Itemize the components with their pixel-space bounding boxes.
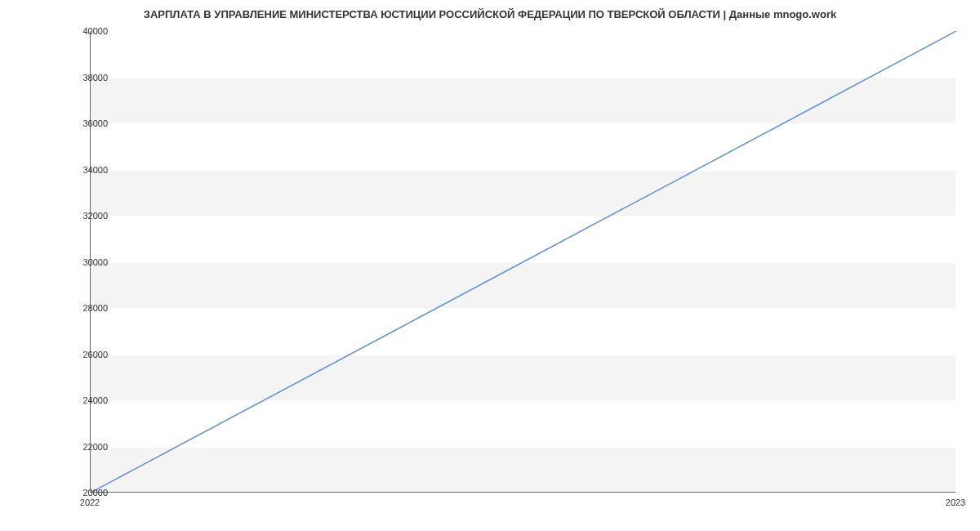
chart-title: ЗАРПЛАТА В УПРАВЛЕНИЕ МИНИСТЕРСТВА ЮСТИЦ… xyxy=(0,0,980,25)
y-tick-label: 36000 xyxy=(59,118,108,128)
svg-line-0 xyxy=(91,31,956,493)
y-tick-label: 26000 xyxy=(59,350,108,359)
y-tick-label: 34000 xyxy=(59,165,108,175)
y-tick-label: 28000 xyxy=(59,303,108,313)
y-tick-label: 24000 xyxy=(59,395,108,405)
y-tick-label: 32000 xyxy=(59,211,108,221)
chart-line xyxy=(91,31,956,493)
chart-container xyxy=(90,31,956,493)
y-tick-label: 38000 xyxy=(59,73,108,83)
plot-area xyxy=(90,31,956,493)
y-tick-label: 40000 xyxy=(59,26,108,36)
grid-line xyxy=(91,493,956,493)
x-tick-label: 2022 xyxy=(80,498,100,507)
y-tick-label: 22000 xyxy=(59,442,108,452)
y-tick-label: 20000 xyxy=(59,488,108,498)
x-tick-label: 2023 xyxy=(946,498,965,507)
y-tick-label: 30000 xyxy=(59,257,108,267)
